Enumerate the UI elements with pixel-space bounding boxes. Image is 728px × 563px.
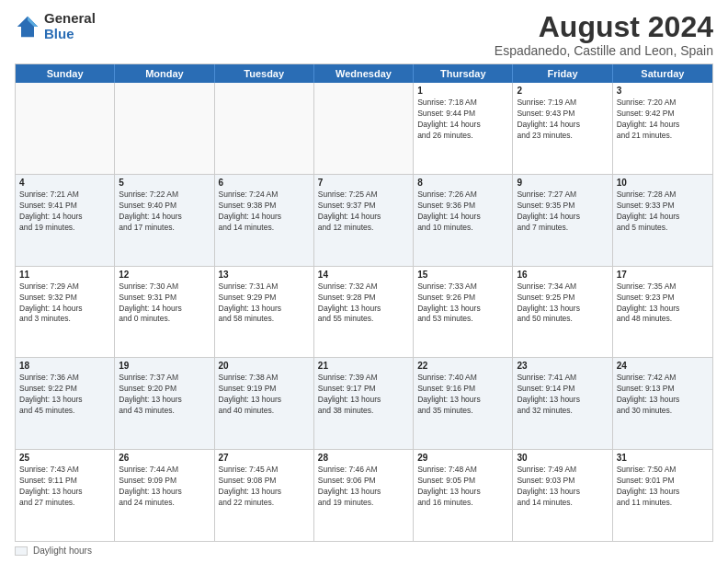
- title-block: August 2024 Espadanedo, Castille and Leo…: [495, 11, 713, 58]
- logo-general-text: General: [44, 11, 96, 27]
- day-number: 2: [517, 86, 608, 96]
- day-info: Sunrise: 7:49 AMSunset: 9:03 PMDaylight:…: [517, 465, 608, 509]
- day-cell-5: 5Sunrise: 7:22 AMSunset: 9:40 PMDaylight…: [115, 175, 214, 266]
- day-number: 18: [19, 361, 110, 371]
- day-number: 30: [517, 453, 608, 463]
- day-number: 7: [318, 178, 409, 188]
- day-cell-23: 23Sunrise: 7:41 AMSunset: 9:14 PMDayligh…: [513, 358, 612, 449]
- day-info: Sunrise: 7:34 AMSunset: 9:25 PMDaylight:…: [517, 282, 608, 326]
- day-cell-18: 18Sunrise: 7:36 AMSunset: 9:22 PMDayligh…: [16, 358, 115, 449]
- day-cell-7: 7Sunrise: 7:25 AMSunset: 9:37 PMDaylight…: [314, 175, 414, 266]
- day-info: Sunrise: 7:20 AMSunset: 9:42 PMDaylight:…: [617, 98, 709, 142]
- empty-cell: [115, 83, 214, 174]
- day-info: Sunrise: 7:29 AMSunset: 9:32 PMDaylight:…: [19, 282, 110, 326]
- page: General Blue August 2024 Espadanedo, Cas…: [0, 0, 728, 563]
- header-day-thursday: Thursday: [414, 64, 513, 83]
- day-info: Sunrise: 7:40 AMSunset: 9:16 PMDaylight:…: [417, 373, 508, 417]
- day-number: 21: [318, 361, 409, 371]
- day-info: Sunrise: 7:48 AMSunset: 9:05 PMDaylight:…: [417, 465, 508, 509]
- day-cell-4: 4Sunrise: 7:21 AMSunset: 9:41 PMDaylight…: [16, 175, 115, 266]
- subtitle: Espadanedo, Castille and Leon, Spain: [495, 43, 713, 58]
- empty-cell: [215, 83, 314, 174]
- day-number: 19: [119, 361, 210, 371]
- day-number: 10: [617, 178, 709, 188]
- day-number: 4: [19, 178, 110, 188]
- calendar-body: 1Sunrise: 7:18 AMSunset: 9:44 PMDaylight…: [16, 83, 712, 541]
- empty-cell: [314, 83, 414, 174]
- day-info: Sunrise: 7:45 AMSunset: 9:08 PMDaylight:…: [219, 465, 310, 509]
- day-info: Sunrise: 7:46 AMSunset: 9:06 PMDaylight:…: [318, 465, 409, 509]
- day-cell-21: 21Sunrise: 7:39 AMSunset: 9:17 PMDayligh…: [314, 358, 414, 449]
- day-cell-15: 15Sunrise: 7:33 AMSunset: 9:26 PMDayligh…: [414, 267, 513, 358]
- day-info: Sunrise: 7:44 AMSunset: 9:09 PMDaylight:…: [119, 465, 210, 509]
- header-day-friday: Friday: [513, 64, 612, 83]
- calendar-row-5: 25Sunrise: 7:43 AMSunset: 9:11 PMDayligh…: [16, 450, 712, 541]
- day-number: 6: [219, 178, 310, 188]
- day-number: 25: [19, 453, 110, 463]
- legend-label: Daylight hours: [33, 546, 92, 556]
- day-info: Sunrise: 7:41 AMSunset: 9:14 PMDaylight:…: [517, 373, 608, 417]
- day-cell-13: 13Sunrise: 7:31 AMSunset: 9:29 PMDayligh…: [215, 267, 314, 358]
- day-cell-3: 3Sunrise: 7:20 AMSunset: 9:42 PMDaylight…: [613, 83, 712, 174]
- day-number: 12: [119, 270, 210, 280]
- day-cell-30: 30Sunrise: 7:49 AMSunset: 9:03 PMDayligh…: [513, 450, 612, 541]
- day-cell-12: 12Sunrise: 7:30 AMSunset: 9:31 PMDayligh…: [115, 267, 214, 358]
- day-number: 13: [219, 270, 310, 280]
- logo-icon: [15, 14, 40, 40]
- day-number: 31: [617, 453, 709, 463]
- header-day-sunday: Sunday: [16, 64, 115, 83]
- day-cell-10: 10Sunrise: 7:28 AMSunset: 9:33 PMDayligh…: [613, 175, 712, 266]
- day-number: 14: [318, 270, 409, 280]
- day-number: 22: [417, 361, 508, 371]
- day-cell-17: 17Sunrise: 7:35 AMSunset: 9:23 PMDayligh…: [613, 267, 712, 358]
- day-cell-2: 2Sunrise: 7:19 AMSunset: 9:43 PMDaylight…: [513, 83, 612, 174]
- day-number: 24: [617, 361, 709, 371]
- day-cell-1: 1Sunrise: 7:18 AMSunset: 9:44 PMDaylight…: [414, 83, 513, 174]
- day-cell-11: 11Sunrise: 7:29 AMSunset: 9:32 PMDayligh…: [16, 267, 115, 358]
- legend-box: [15, 546, 28, 556]
- header-day-tuesday: Tuesday: [215, 64, 314, 83]
- calendar-row-3: 11Sunrise: 7:29 AMSunset: 9:32 PMDayligh…: [16, 267, 712, 359]
- day-cell-14: 14Sunrise: 7:32 AMSunset: 9:28 PMDayligh…: [314, 267, 414, 358]
- day-number: 17: [617, 270, 709, 280]
- day-number: 5: [119, 178, 210, 188]
- day-cell-25: 25Sunrise: 7:43 AMSunset: 9:11 PMDayligh…: [16, 450, 115, 541]
- calendar: SundayMondayTuesdayWednesdayThursdayFrid…: [15, 63, 713, 542]
- day-cell-8: 8Sunrise: 7:26 AMSunset: 9:36 PMDaylight…: [414, 175, 513, 266]
- calendar-row-4: 18Sunrise: 7:36 AMSunset: 9:22 PMDayligh…: [16, 358, 712, 450]
- day-info: Sunrise: 7:33 AMSunset: 9:26 PMDaylight:…: [417, 282, 508, 326]
- day-cell-16: 16Sunrise: 7:34 AMSunset: 9:25 PMDayligh…: [513, 267, 612, 358]
- day-number: 8: [417, 178, 508, 188]
- day-number: 20: [219, 361, 310, 371]
- day-info: Sunrise: 7:25 AMSunset: 9:37 PMDaylight:…: [318, 190, 409, 234]
- calendar-header: SundayMondayTuesdayWednesdayThursdayFrid…: [16, 64, 712, 83]
- day-info: Sunrise: 7:27 AMSunset: 9:35 PMDaylight:…: [517, 190, 608, 234]
- day-cell-31: 31Sunrise: 7:50 AMSunset: 9:01 PMDayligh…: [613, 450, 712, 541]
- day-number: 9: [517, 178, 608, 188]
- day-cell-19: 19Sunrise: 7:37 AMSunset: 9:20 PMDayligh…: [115, 358, 214, 449]
- day-cell-24: 24Sunrise: 7:42 AMSunset: 9:13 PMDayligh…: [613, 358, 712, 449]
- day-info: Sunrise: 7:50 AMSunset: 9:01 PMDaylight:…: [617, 465, 709, 509]
- day-info: Sunrise: 7:30 AMSunset: 9:31 PMDaylight:…: [119, 282, 210, 326]
- day-cell-28: 28Sunrise: 7:46 AMSunset: 9:06 PMDayligh…: [314, 450, 414, 541]
- day-info: Sunrise: 7:35 AMSunset: 9:23 PMDaylight:…: [617, 282, 709, 326]
- logo-blue-text: Blue: [44, 27, 96, 42]
- day-number: 29: [417, 453, 508, 463]
- day-info: Sunrise: 7:42 AMSunset: 9:13 PMDaylight:…: [617, 373, 709, 417]
- day-number: 15: [417, 270, 508, 280]
- legend: Daylight hours: [15, 546, 713, 556]
- day-info: Sunrise: 7:21 AMSunset: 9:41 PMDaylight:…: [19, 190, 110, 234]
- day-number: 27: [219, 453, 310, 463]
- day-cell-27: 27Sunrise: 7:45 AMSunset: 9:08 PMDayligh…: [215, 450, 314, 541]
- header: General Blue August 2024 Espadanedo, Cas…: [15, 11, 713, 58]
- day-info: Sunrise: 7:39 AMSunset: 9:17 PMDaylight:…: [318, 373, 409, 417]
- day-cell-9: 9Sunrise: 7:27 AMSunset: 9:35 PMDaylight…: [513, 175, 612, 266]
- day-cell-26: 26Sunrise: 7:44 AMSunset: 9:09 PMDayligh…: [115, 450, 214, 541]
- day-info: Sunrise: 7:18 AMSunset: 9:44 PMDaylight:…: [417, 98, 508, 142]
- day-info: Sunrise: 7:36 AMSunset: 9:22 PMDaylight:…: [19, 373, 110, 417]
- day-number: 16: [517, 270, 608, 280]
- empty-cell: [16, 83, 115, 174]
- main-title: August 2024: [495, 11, 713, 43]
- day-number: 26: [119, 453, 210, 463]
- header-day-saturday: Saturday: [613, 64, 712, 83]
